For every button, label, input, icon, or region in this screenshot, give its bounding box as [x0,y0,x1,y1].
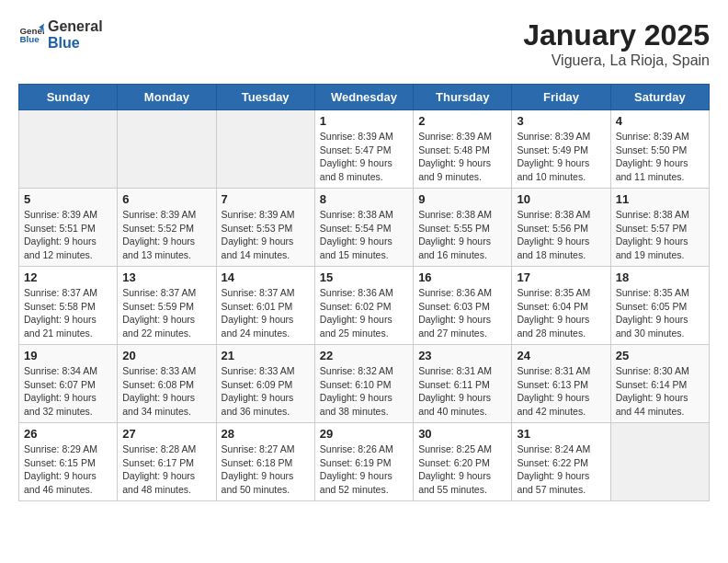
calendar-cell: 6Sunrise: 8:39 AM Sunset: 5:52 PM Daylig… [118,189,216,267]
day-number: 22 [320,349,408,362]
day-number: 26 [24,427,112,441]
title-area: January 2025 Viguera, La Rioja, Spain [523,18,710,69]
day-info: Sunrise: 8:37 AM Sunset: 5:58 PM Dayligh… [24,286,112,340]
day-number: 6 [122,192,210,206]
calendar-week-row: 26Sunrise: 8:29 AM Sunset: 6:15 PM Dayli… [19,423,710,501]
day-info: Sunrise: 8:39 AM Sunset: 5:48 PM Dayligh… [418,130,506,184]
day-number: 24 [517,349,605,362]
day-info: Sunrise: 8:34 AM Sunset: 6:07 PM Dayligh… [24,364,112,419]
svg-text:Blue: Blue [19,34,40,44]
calendar-cell: 9Sunrise: 8:38 AM Sunset: 5:55 PM Daylig… [414,189,512,267]
calendar-cell: 1Sunrise: 8:39 AM Sunset: 5:47 PM Daylig… [314,110,413,189]
day-info: Sunrise: 8:36 AM Sunset: 6:03 PM Dayligh… [418,286,506,340]
day-number: 29 [320,427,408,441]
calendar-cell: 15Sunrise: 8:36 AM Sunset: 6:02 PM Dayli… [314,267,413,345]
calendar-cell: 2Sunrise: 8:39 AM Sunset: 5:48 PM Daylig… [414,110,512,189]
calendar-cell: 17Sunrise: 8:35 AM Sunset: 6:04 PM Dayli… [512,267,610,345]
calendar-cell: 21Sunrise: 8:33 AM Sunset: 6:09 PM Dayli… [216,345,314,423]
day-info: Sunrise: 8:39 AM Sunset: 5:52 PM Dayligh… [122,208,210,262]
calendar-cell: 19Sunrise: 8:34 AM Sunset: 6:07 PM Dayli… [19,345,118,423]
day-info: Sunrise: 8:38 AM Sunset: 5:55 PM Dayligh… [418,208,506,262]
day-number: 12 [24,270,112,284]
day-info: Sunrise: 8:39 AM Sunset: 5:53 PM Dayligh… [222,208,310,262]
calendar-week-row: 5Sunrise: 8:39 AM Sunset: 5:51 PM Daylig… [19,189,710,267]
calendar-cell: 12Sunrise: 8:37 AM Sunset: 5:58 PM Dayli… [19,267,118,345]
day-number: 25 [616,349,704,362]
calendar-cell: 13Sunrise: 8:37 AM Sunset: 5:59 PM Dayli… [118,267,216,345]
calendar-cell: 28Sunrise: 8:27 AM Sunset: 6:18 PM Dayli… [216,423,314,501]
calendar-cell [216,110,314,189]
day-number: 18 [616,270,704,284]
day-number: 19 [24,349,112,362]
page-header: General Blue General Blue January 2025 V… [18,18,710,69]
day-info: Sunrise: 8:27 AM Sunset: 6:18 PM Dayligh… [222,442,310,497]
day-number: 14 [222,270,310,284]
calendar-cell: 24Sunrise: 8:31 AM Sunset: 6:13 PM Dayli… [512,345,610,423]
day-number: 8 [320,192,408,206]
calendar-cell: 14Sunrise: 8:37 AM Sunset: 6:01 PM Dayli… [216,267,314,345]
day-info: Sunrise: 8:31 AM Sunset: 6:11 PM Dayligh… [418,364,506,419]
logo-icon: General Blue [18,22,44,48]
day-info: Sunrise: 8:39 AM Sunset: 5:47 PM Dayligh… [320,130,408,184]
day-number: 15 [320,270,408,284]
day-info: Sunrise: 8:31 AM Sunset: 6:13 PM Dayligh… [517,364,605,419]
day-number: 5 [24,192,112,206]
calendar-cell: 26Sunrise: 8:29 AM Sunset: 6:15 PM Dayli… [19,423,118,501]
day-info: Sunrise: 8:25 AM Sunset: 6:20 PM Dayligh… [418,442,506,497]
day-number: 11 [616,192,704,206]
day-info: Sunrise: 8:37 AM Sunset: 6:01 PM Dayligh… [222,286,310,340]
day-of-week-header: Thursday [414,85,512,110]
calendar-table: SundayMondayTuesdayWednesdayThursdayFrid… [18,84,710,501]
calendar-cell: 16Sunrise: 8:36 AM Sunset: 6:03 PM Dayli… [414,267,512,345]
day-number: 20 [122,349,210,362]
day-number: 4 [616,114,704,128]
day-info: Sunrise: 8:26 AM Sunset: 6:19 PM Dayligh… [320,442,408,497]
calendar-cell [19,110,118,189]
calendar-cell: 31Sunrise: 8:24 AM Sunset: 6:22 PM Dayli… [512,423,610,501]
calendar-cell [118,110,216,189]
day-of-week-header: Tuesday [216,85,314,110]
day-number: 31 [517,427,605,441]
day-number: 28 [222,427,310,441]
day-info: Sunrise: 8:37 AM Sunset: 5:59 PM Dayligh… [122,286,210,340]
calendar-cell: 23Sunrise: 8:31 AM Sunset: 6:11 PM Dayli… [414,345,512,423]
day-number: 9 [418,192,506,206]
day-info: Sunrise: 8:38 AM Sunset: 5:56 PM Dayligh… [517,208,605,262]
calendar-cell: 3Sunrise: 8:39 AM Sunset: 5:49 PM Daylig… [512,110,610,189]
day-info: Sunrise: 8:38 AM Sunset: 5:54 PM Dayligh… [320,208,408,262]
day-info: Sunrise: 8:30 AM Sunset: 6:14 PM Dayligh… [616,364,704,419]
month-title: January 2025 [523,18,710,52]
calendar-cell [610,423,709,501]
day-info: Sunrise: 8:33 AM Sunset: 6:09 PM Dayligh… [222,364,310,419]
logo: General Blue General Blue [18,18,103,51]
day-number: 3 [517,114,605,128]
day-info: Sunrise: 8:36 AM Sunset: 6:02 PM Dayligh… [320,286,408,340]
calendar-week-row: 19Sunrise: 8:34 AM Sunset: 6:07 PM Dayli… [19,345,710,423]
day-of-week-header: Friday [512,85,610,110]
calendar-cell: 8Sunrise: 8:38 AM Sunset: 5:54 PM Daylig… [314,189,413,267]
calendar-cell: 20Sunrise: 8:33 AM Sunset: 6:08 PM Dayli… [118,345,216,423]
day-number: 16 [418,270,506,284]
day-number: 27 [122,427,210,441]
day-of-week-header: Wednesday [314,85,413,110]
calendar-cell: 7Sunrise: 8:39 AM Sunset: 5:53 PM Daylig… [216,189,314,267]
day-number: 2 [418,114,506,128]
day-info: Sunrise: 8:33 AM Sunset: 6:08 PM Dayligh… [122,364,210,419]
calendar-cell: 4Sunrise: 8:39 AM Sunset: 5:50 PM Daylig… [610,110,709,189]
day-info: Sunrise: 8:29 AM Sunset: 6:15 PM Dayligh… [24,442,112,497]
day-info: Sunrise: 8:35 AM Sunset: 6:05 PM Dayligh… [616,286,704,340]
day-of-week-header: Saturday [610,85,709,110]
logo-line2: Blue [48,35,80,51]
day-info: Sunrise: 8:39 AM Sunset: 5:49 PM Dayligh… [517,130,605,184]
calendar-cell: 27Sunrise: 8:28 AM Sunset: 6:17 PM Dayli… [118,423,216,501]
day-number: 7 [222,192,310,206]
day-info: Sunrise: 8:24 AM Sunset: 6:22 PM Dayligh… [517,442,605,497]
calendar-cell: 30Sunrise: 8:25 AM Sunset: 6:20 PM Dayli… [414,423,512,501]
calendar-cell: 11Sunrise: 8:38 AM Sunset: 5:57 PM Dayli… [610,189,709,267]
calendar-header-row: SundayMondayTuesdayWednesdayThursdayFrid… [19,85,710,110]
calendar-cell: 5Sunrise: 8:39 AM Sunset: 5:51 PM Daylig… [19,189,118,267]
day-number: 10 [517,192,605,206]
location: Viguera, La Rioja, Spain [523,52,710,69]
day-info: Sunrise: 8:39 AM Sunset: 5:51 PM Dayligh… [24,208,112,262]
day-number: 23 [418,349,506,362]
